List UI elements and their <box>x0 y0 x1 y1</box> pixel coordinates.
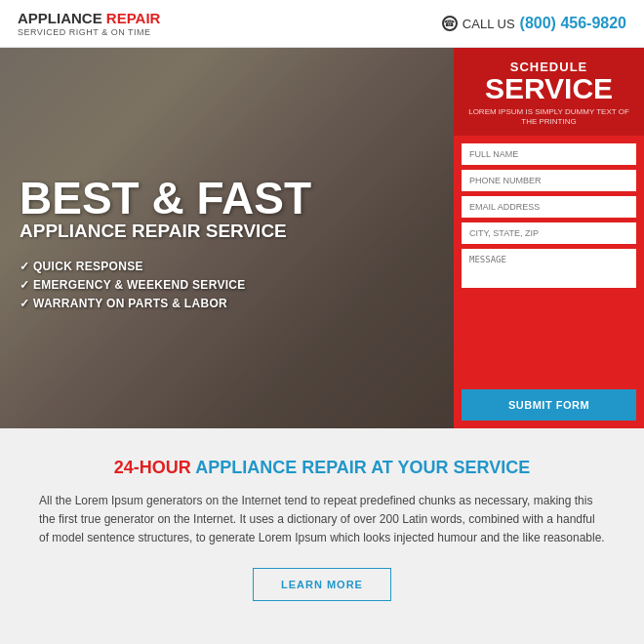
message-input[interactable] <box>462 249 636 288</box>
header-phone: ☎ CALL US (800) 456-9820 <box>442 15 626 32</box>
bottom-title-rest: APPLIANCE REPAIR AT YOUR SERVICE <box>195 458 530 477</box>
logo-tagline: SERVICED RIGHT & ON TIME <box>18 27 160 37</box>
hero-title-sub: APPLIANCE REPAIR SERVICE <box>20 221 434 242</box>
email-input[interactable] <box>462 196 636 218</box>
phone-input[interactable] <box>462 170 636 191</box>
form-header: SCHEDULE SERVICE LOREM IPSUM IS SIMPLY D… <box>454 48 644 136</box>
bottom-title: 24-HOUR APPLIANCE REPAIR AT YOUR SERVICE <box>39 458 605 478</box>
learn-more-button[interactable]: LEARN MORE <box>253 568 391 601</box>
schedule-form-panel: SCHEDULE SERVICE LOREM IPSUM IS SIMPLY D… <box>454 48 644 428</box>
city-input[interactable] <box>462 222 636 244</box>
feature-warranty: WARRANTY ON PARTS & LABOR <box>20 297 434 310</box>
logo-repair: REPAIR <box>106 10 161 26</box>
site-header: APPLIANCE REPAIR SERVICED RIGHT & ON TIM… <box>0 0 644 48</box>
bottom-section: 24-HOUR APPLIANCE REPAIR AT YOUR SERVICE… <box>0 428 644 630</box>
feature-emergency: EMERGENCY & WEEKEND SERVICE <box>20 278 434 292</box>
form-submit-area: SUBMIT FORM <box>454 382 644 428</box>
bottom-title-hour: 24-HOUR <box>114 458 191 477</box>
submit-button[interactable]: SUBMIT FORM <box>462 389 636 421</box>
feature-quick-response: QUICK RESPONSE <box>20 260 434 273</box>
phone-icon: ☎ <box>442 16 458 31</box>
logo: APPLIANCE REPAIR SERVICED RIGHT & ON TIM… <box>18 10 160 37</box>
hero-features-list: QUICK RESPONSE EMERGENCY & WEEKEND SERVI… <box>20 260 434 310</box>
form-lorem-text: LOREM IPSUM IS SIMPLY DUMMY TEXT OF THE … <box>463 107 634 128</box>
hero-section: BEST & FAST APPLIANCE REPAIR SERVICE QUI… <box>0 48 644 428</box>
hero-title-main: BEST & FAST <box>20 176 434 221</box>
phone-number: (800) 456-9820 <box>520 15 626 32</box>
call-label: CALL US <box>463 17 515 31</box>
full-name-input[interactable] <box>462 143 636 165</box>
bottom-description: All the Lorem Ipsum generators on the In… <box>39 492 605 548</box>
form-service-label: SERVICE <box>463 74 634 103</box>
logo-appliance: APPLIANCE <box>18 10 102 26</box>
hero-content: BEST & FAST APPLIANCE REPAIR SERVICE QUI… <box>0 48 454 428</box>
form-fields <box>454 136 644 382</box>
